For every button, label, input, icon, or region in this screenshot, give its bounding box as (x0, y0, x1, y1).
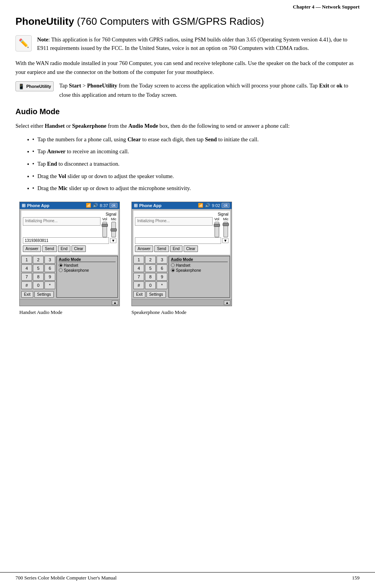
key-0-left[interactable]: 0 (33, 281, 44, 289)
key-9-left[interactable]: 9 (44, 273, 55, 281)
vol-thumb-right[interactable] (214, 224, 220, 227)
footer-left: 700 Series Color Mobile Computer User's … (15, 575, 117, 581)
list-item: • Tap Answer to receive an incoming call… (27, 147, 360, 157)
key-3-right[interactable]: 3 (157, 256, 167, 264)
signal-label-right: Signal (218, 212, 228, 216)
key-hash-left[interactable]: # (21, 281, 32, 289)
key-4-left[interactable]: 4 (21, 264, 32, 272)
clear-button-left[interactable]: Clear (72, 245, 86, 252)
mic-track-left[interactable] (111, 222, 116, 237)
screenshot-left: ⊞ Phone App 📶 🔊 8:37 ok Signal (19, 202, 120, 315)
phone-number-input-right[interactable] (135, 237, 221, 244)
vol-track-right[interactable] (215, 222, 219, 237)
mic-track-right[interactable] (223, 222, 228, 237)
key-8-right[interactable]: 8 (145, 273, 156, 281)
key-4-right[interactable]: 4 (133, 264, 144, 272)
phone-number-input-left[interactable] (23, 237, 109, 244)
end-button-right[interactable]: End (170, 245, 182, 252)
titlebar-left: ⊞ Phone App 📶 🔊 8:37 ok (20, 202, 119, 209)
key-1-left[interactable]: 1 (21, 256, 32, 264)
key-2-left[interactable]: 2 (33, 256, 44, 264)
key-7-left[interactable]: 7 (21, 273, 32, 281)
page-footer: 700 Series Color Mobile Computer User's … (0, 572, 375, 581)
chapter-header-text: Chapter 4 — Network Support (293, 4, 360, 10)
end-button-left[interactable]: End (58, 245, 70, 252)
caption-right: Speakerphone Audio Mode (131, 309, 186, 315)
vol-slider-right: Vol (214, 217, 219, 237)
vol-thumb-left[interactable] (102, 224, 108, 227)
key-5-right[interactable]: 5 (145, 264, 156, 272)
key-1-right[interactable]: 1 (133, 256, 144, 264)
taskbar-left: ▲ (20, 299, 119, 306)
mic-label-left: Mic (111, 217, 116, 221)
bullet-text-2: Tap Answer to receive an incoming call. (38, 147, 129, 157)
key-5-left[interactable]: 5 (33, 264, 44, 272)
time-right: 9:02 (212, 203, 220, 208)
handset-radio-right[interactable]: Handset (171, 263, 228, 267)
signal-row-right: Signal (135, 212, 228, 216)
key-6-right[interactable]: 6 (157, 264, 167, 272)
mic-thumb-left[interactable] (111, 228, 117, 231)
key-7-right[interactable]: 7 (133, 273, 144, 281)
key-6-left[interactable]: 6 (44, 264, 55, 272)
answer-button-left[interactable]: Answer (23, 245, 41, 252)
speakerphone-radio-right[interactable]: Speakerphone (171, 268, 228, 273)
vol-track-left[interactable] (102, 222, 107, 237)
audio-mode-title-right: Audio Mode (171, 257, 228, 262)
key-9-right[interactable]: 9 (157, 273, 167, 281)
note-icon: ✏️ (15, 35, 32, 51)
handset-radio-circle-right[interactable] (171, 263, 175, 267)
speaker-icon-left: 🔊 (93, 203, 98, 208)
send-button-right[interactable]: Send (154, 245, 169, 252)
exit-settings-right: Exit Settings (133, 291, 167, 298)
bullet-marker: • (32, 172, 34, 182)
mic-label-right: Mic (223, 217, 228, 221)
send-button-left[interactable]: Send (42, 245, 56, 252)
dropdown-arrow-right[interactable]: ▼ (222, 238, 228, 243)
phone-main-right: Signal Initializing Phone... Vol (133, 211, 230, 255)
handset-radio-left[interactable]: Handset (59, 263, 116, 267)
key-8-left[interactable]: 8 (33, 273, 44, 281)
vol-slider-left: Vol (102, 217, 107, 237)
phone-body-left: Signal Initializing Phone... (20, 209, 119, 299)
titlebar-right-left: 📶 🔊 8:37 ok (86, 203, 118, 208)
dropdown-arrow-left[interactable]: ▼ (110, 238, 116, 243)
caption-left: Handset Audio Mode (19, 309, 62, 315)
handset-radio-circle-left[interactable] (59, 263, 63, 267)
phone-number-row-right: ▼ (135, 237, 228, 244)
bullet-marker: • (32, 184, 34, 194)
clear-button-right[interactable]: Clear (184, 245, 198, 252)
note-label: Note (37, 36, 48, 43)
mic-thumb-right[interactable] (223, 223, 229, 226)
key-3-left[interactable]: 3 (44, 256, 55, 264)
speakerphone-radio-circle-left[interactable] (59, 268, 63, 272)
speakerphone-radio-left[interactable]: Speakerphone (59, 268, 116, 273)
taskbar-btn-left[interactable]: ▲ (112, 300, 118, 305)
handset-label-left: Handset (64, 263, 78, 267)
titlebar-right-left: ⊞ Phone App (134, 203, 162, 208)
footer-right: 159 (352, 575, 360, 581)
answer-button-right[interactable]: Answer (135, 245, 153, 252)
taskbar-btn-right[interactable]: ▲ (224, 300, 230, 305)
mic-slider-left: Mic (111, 217, 116, 237)
key-star-left[interactable]: * (44, 281, 55, 289)
bullet-marker: • (32, 159, 34, 170)
settings-button-right[interactable]: Settings (147, 291, 166, 298)
bullet-list: • Tap the numbers for a phone call, usin… (27, 135, 360, 194)
key-0-right[interactable]: 0 (145, 281, 156, 289)
keypad-right: 1 2 3 4 5 6 7 8 9 # 0 * (133, 256, 167, 289)
note-body: : This application is for 760 Computers … (37, 36, 347, 51)
ok-button-left[interactable]: ok (109, 203, 118, 208)
exit-button-right[interactable]: Exit (133, 291, 145, 298)
key-star-right[interactable]: * (157, 281, 167, 289)
speakerphone-label-right: Speakerphone (176, 268, 201, 273)
bullet-marker: • (32, 135, 34, 145)
ok-button-right[interactable]: ok (222, 203, 230, 208)
exit-button-left[interactable]: Exit (21, 291, 33, 298)
phone-main-left: Signal Initializing Phone... (21, 211, 118, 255)
key-hash-right[interactable]: # (133, 281, 144, 289)
settings-button-left[interactable]: Settings (34, 291, 54, 298)
speakerphone-radio-circle-right[interactable] (171, 268, 175, 272)
key-2-right[interactable]: 2 (145, 256, 156, 264)
win-logo-right: ⊞ (134, 203, 138, 208)
